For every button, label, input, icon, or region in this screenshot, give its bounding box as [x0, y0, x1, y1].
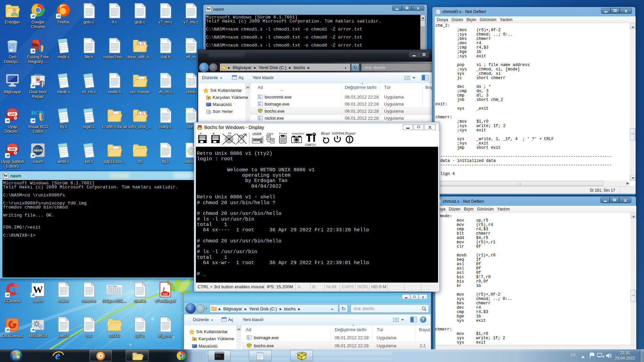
svg-text:B:: B:	[213, 132, 216, 135]
svg-text:Poste: Poste	[279, 132, 287, 135]
svg-text:C:\_: C:\_	[216, 355, 222, 357]
svg-text:Reset: Reset	[321, 131, 330, 136]
svg-text:CONFIG: CONFIG	[305, 143, 316, 146]
svg-text:USER: USER	[253, 132, 262, 136]
svg-text:Power: Power	[345, 131, 356, 136]
svg-text:SUSPEND: SUSPEND	[332, 132, 344, 135]
svg-text:Copy: Copy	[267, 132, 273, 135]
svg-text:CD: CD	[228, 132, 231, 135]
svg-text:snapshot: snapshot	[292, 132, 305, 135]
svg-text:A:: A:	[200, 132, 203, 135]
